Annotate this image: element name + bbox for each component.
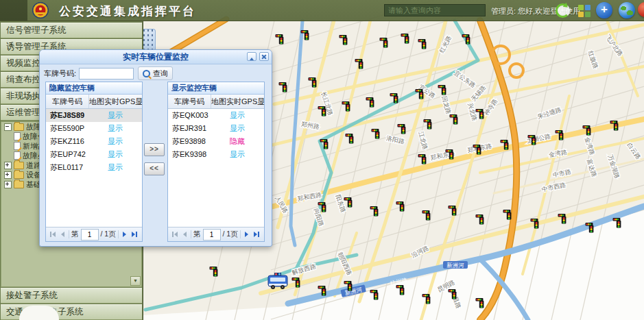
column-header-plate[interactable]: 车牌号码 [46,95,89,108]
police-emblem-icon [32,1,49,19]
dialog-titlebar[interactable]: 实时车辆位置监控 [40,50,272,64]
tree-toggle-icon[interactable] [4,123,12,131]
scroll-down-icon[interactable]: ▼ [130,276,141,286]
header-search-input[interactable] [384,4,486,16]
plate-number: 苏EKZ116 [46,136,88,147]
first-page-icon[interactable] [48,230,56,238]
grid-header: 车牌号码 地图实时GPS显示 [46,95,142,109]
move-left-button[interactable]: << [144,162,165,175]
plate-number: 苏E5590P [46,123,88,134]
page-number-input[interactable] [81,229,99,241]
river-label: 新洲河 [443,261,468,269]
last-page-icon[interactable] [253,230,261,238]
table-row[interactable]: 苏EUP742显示 [46,148,142,161]
dialog-title: 实时车辆位置监控 [40,50,272,64]
plate-number: 苏EJ8S89 [46,110,88,121]
column-header-gps[interactable]: 地图实时GPS显示 [211,95,264,108]
tree-toggle-icon[interactable] [4,162,12,169]
apps-grid-icon[interactable] [578,5,591,17]
page-label-post: / 1页 [223,230,238,239]
plate-number: 苏EK9398 [168,149,211,160]
shown-vehicles-panel: 显示监控车辆 车牌号码 地图实时GPS显示 苏EQK003显示苏EJR391显示… [167,82,265,242]
table-row[interactable]: 苏E93898隐藏 [168,135,264,148]
plate-number: 苏EQK003 [168,110,211,121]
next-page-icon[interactable] [243,230,251,238]
tree-toggle-icon[interactable] [4,171,12,179]
plate-number: 苏EUP742 [46,149,88,160]
last-page-icon[interactable] [131,230,139,238]
refresh-icon[interactable] [556,3,570,18]
plate-number: 苏E93898 [168,136,211,147]
page-icon [14,132,21,140]
grid-rows: 苏EQK003显示苏EJR391显示苏E93898隐藏苏EK9398显示 [168,109,264,227]
query-button[interactable]: 查询 [138,66,173,80]
grid-square [585,12,591,17]
grid-square [578,12,584,17]
header-dark-cap [0,0,27,21]
move-right-button[interactable]: >> [144,143,165,156]
sidebar-item[interactable]: 接处警子系统 [1,288,142,304]
plate-number-label: 车牌号码: [44,69,76,79]
column-header-plate[interactable]: 车牌号码 [168,95,211,108]
plate-number-input[interactable] [79,68,134,79]
table-row[interactable]: 苏EQK003显示 [168,109,264,122]
hidden-vehicles-panel: 隐藏监控车辆 车牌号码 地图实时GPS显示 苏EJ8S89显示苏E5590P显示… [45,82,143,242]
table-row[interactable]: 苏EL0117显示 [46,161,142,174]
close-tool-icon[interactable] [259,52,269,61]
table-row[interactable]: 苏EJ8S89显示 [46,109,142,122]
grid-rows: 苏EJ8S89显示苏E5590P显示苏EKZ116显示苏EUP742显示苏EL0… [46,109,142,227]
folder-icon [14,162,24,169]
next-page-icon[interactable] [121,230,129,238]
sidebar-item[interactable]: 信号管理子系统 [1,23,142,38]
gps-toggle-link[interactable]: 显示 [88,110,142,121]
gps-toggle-link[interactable]: 显示 [211,149,264,160]
grid-header: 车牌号码 地图实时GPS显示 [168,95,264,109]
page-icon [14,142,21,150]
prev-page-icon[interactable] [58,230,67,238]
folder-icon [14,181,24,188]
gps-toggle-link[interactable]: 显示 [88,162,142,173]
dialog-toolbar: 车牌号码: 查询 [40,64,272,82]
tree-toggle-icon[interactable] [4,181,12,188]
grid-square [578,5,584,10]
transfer-buttons: >><< [143,143,165,182]
collapse-tool-icon[interactable] [247,52,257,61]
panel-title: 显示监控车辆 [168,82,264,95]
table-row[interactable]: 苏EJR391显示 [168,122,264,135]
plate-number: 苏EJR391 [168,123,211,134]
top-header-bar: 公安交通集成指挥平台 管理员: 您好,欢迎登陆使用 + [0,0,644,21]
first-page-icon[interactable] [170,230,178,238]
table-row[interactable]: 苏EK9398显示 [168,148,264,161]
page-icon [14,151,21,160]
gps-toggle-link[interactable]: 显示 [88,136,142,147]
svg-text:新洲河: 新洲河 [446,262,464,269]
gps-toggle-link[interactable]: 隐藏 [211,136,264,147]
pagination-bar: 第 / 1页 [46,227,142,241]
gps-toggle-link[interactable]: 显示 [88,123,142,134]
app-title: 公安交通集成指挥平台 [59,3,196,19]
query-button-label: 查询 [153,69,168,79]
magnifier-icon [143,70,150,77]
page-label-pre: 第 [193,230,201,239]
logout-icon[interactable] [638,2,644,17]
panel-title: 隐藏监控车辆 [46,82,142,95]
gps-toggle-link[interactable]: 显示 [211,110,264,121]
column-header-gps[interactable]: 地图实时GPS显示 [89,95,142,108]
prev-page-icon[interactable] [180,230,189,238]
plate-number: 苏EL0117 [46,162,88,173]
vehicle-monitor-dialog: 实时车辆位置监控 车牌号码: 查询 隐藏监控车辆 车牌号码 地图实时GPS显示 … [39,49,272,247]
page-label-post: / 1页 [101,230,116,239]
add-icon[interactable]: + [596,2,612,19]
map-globe-icon[interactable] [619,2,635,19]
page-label-pre: 第 [71,230,79,239]
page-number-input[interactable] [203,229,221,241]
folder-icon [14,171,24,179]
gps-toggle-link[interactable]: 显示 [88,149,142,160]
pagination-bar: 第 / 1页 [168,227,264,241]
table-row[interactable]: 苏E5590P显示 [46,122,142,135]
table-row[interactable]: 苏EKZ116显示 [46,135,142,148]
folder-icon [14,123,24,131]
grid-square [585,5,591,10]
gps-toggle-link[interactable]: 显示 [211,123,264,134]
police-vehicle-icon[interactable] [268,273,287,289]
